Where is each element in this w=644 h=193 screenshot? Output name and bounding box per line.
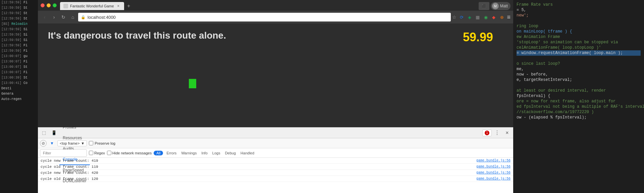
frame-selector[interactable]: <top frame> ▼ <box>57 140 87 146</box>
filter-level-all[interactable]: All <box>154 151 163 155</box>
console-message-text: cycle new frame count: 419 <box>41 159 473 163</box>
console-clear-button[interactable]: ⊘ <box>40 140 47 147</box>
back-button[interactable]: ‹ <box>41 13 49 21</box>
hide-network-option: Hide network messages <box>107 151 152 155</box>
frame-selector-text: <top frame> <box>60 141 79 145</box>
ext-icon-6[interactable]: ⊕ <box>498 13 505 21</box>
user-name: Matt <box>500 4 508 8</box>
console-filter-input[interactable] <box>40 149 87 157</box>
terminal-line: [12:59:59] Fi <box>0 0 38 5</box>
console-message-source[interactable]: game.bundle.js:56 <box>476 177 511 181</box>
browser-tab[interactable]: Fantastic Wonderful Game × <box>60 2 124 10</box>
forward-button[interactable]: › <box>50 13 58 21</box>
filter-level-handled[interactable]: Handled <box>239 151 256 155</box>
console-filter-button[interactable]: ▼ <box>49 140 55 147</box>
preserve-log-checkbox[interactable] <box>89 141 93 145</box>
console-messages: cycle new frame count: 419game.bundle.js… <box>38 158 513 193</box>
chrome-menu-button[interactable]: ≡ <box>507 14 511 21</box>
maximize-button[interactable] <box>53 3 57 7</box>
error-badge: 1 <box>482 130 492 136</box>
terminal-line: [13:00:07] Fi <box>0 70 38 75</box>
terminal-line: [12:59:59] Fi <box>0 43 38 48</box>
ext-icon-3[interactable]: ▦ <box>474 13 481 21</box>
devtools-mobile-button[interactable]: 📱 <box>49 128 59 138</box>
tab-bar: Fantastic Wonderful Game × + ⬛ M Matt <box>60 1 511 10</box>
filter-level-errors[interactable]: Errors <box>165 151 178 155</box>
game-score: 59.99 <box>463 30 493 44</box>
title-bar: Fantastic Wonderful Game × + ⬛ M Matt <box>38 0 513 11</box>
terminal-line: [12:59:59] St <box>0 11 38 16</box>
url-text: localhost:4000 <box>88 15 448 20</box>
filter-level-warnings[interactable]: Warnings <box>180 151 198 155</box>
extension-icons: ⟳ ◈ ▦ ◉ ◆ ⊕ <box>458 13 505 21</box>
code-line: o since last loop? <box>517 61 641 66</box>
user-avatar: M <box>492 3 499 9</box>
filter-level-debug[interactable]: Debug <box>224 151 237 155</box>
tab-favicon <box>63 4 68 8</box>
home-button[interactable]: ⌂ <box>69 13 77 21</box>
regex-option: Regex <box>89 151 105 155</box>
user-menu[interactable]: M Matt <box>491 2 511 10</box>
code-line: fpsInterval) { <box>517 93 641 99</box>
hide-network-label: Hide network messages <box>112 151 152 155</box>
console-message: cycle new frame count: 419game.bundle.js… <box>38 158 513 164</box>
terminal-line: [12:59:59] Fi <box>0 48 38 54</box>
console-message-source[interactable]: game.bundle.js:56 <box>476 165 511 168</box>
reload-button[interactable]: ↻ <box>59 13 67 21</box>
terminal-line: [13:00:07] gu <box>0 54 38 59</box>
filter-level-info[interactable]: Info <box>200 151 209 155</box>
devtools-more-button[interactable]: ⋮ <box>492 128 502 138</box>
code-line: = 5, <box>517 7 641 13</box>
code-content: Frame Rate vars= 5,new'; ring loopon mai… <box>513 0 644 193</box>
console-message-source[interactable]: game.bundle.js:56 <box>476 171 511 175</box>
console-message-source[interactable]: game.bundle.js:56 <box>476 159 511 162</box>
terminal-line: [12:59:59] St <box>0 16 38 21</box>
browser-window: Fantastic Wonderful Game × + ⬛ M Matt ‹ … <box>38 0 513 193</box>
console-message: cycle new frame count: 420game.bundle.js… <box>38 170 513 176</box>
hide-network-checkbox[interactable] <box>107 151 111 155</box>
close-button[interactable] <box>41 3 45 7</box>
error-count-circle: 1 <box>485 131 489 135</box>
ext-icon-4[interactable]: ◉ <box>482 13 489 21</box>
code-line: celAnimationFrame( loop.stopLoop )' <box>517 45 641 50</box>
tab-strip-icon[interactable]: ⬛ <box>479 2 489 10</box>
code-line: = window.requestAnimationFrame( loop.mai… <box>517 50 641 56</box>
preserve-log-label: Preserve log <box>95 141 115 145</box>
error-count: 1 <box>486 131 488 135</box>
minimize-button[interactable] <box>47 3 51 7</box>
code-line: ow - (elapsed % fpsInterval); <box>517 115 641 120</box>
bookmark-icon[interactable]: ☆ <box>452 14 457 20</box>
game-message: It's dangerous to travel this route alon… <box>48 30 226 41</box>
filter-level-logs[interactable]: Logs <box>211 151 222 155</box>
frame-selector-arrow: ▼ <box>81 141 85 145</box>
terminal-line: [12:59:59] Si <box>0 38 38 43</box>
code-line: ew Animation Frame <box>517 34 641 40</box>
regex-checkbox[interactable] <box>89 151 93 155</box>
preserve-log-option: Preserve log <box>89 141 115 145</box>
new-tab-button[interactable]: + <box>124 2 133 10</box>
lock-icon: 🔒 <box>81 15 86 19</box>
code-line: 'stopLoop' so animation can be stopped v… <box>517 40 641 45</box>
code-line: at least our desired interval, render <box>517 88 641 93</box>
code-line <box>517 56 641 61</box>
console-message-text: cycle old frame count: 119 <box>41 165 473 169</box>
regex-label: Regex <box>94 151 105 155</box>
code-line: //stackoverflow.com/a/19772220 ) <box>517 109 641 115</box>
console-message: cycle old frame count: 119game.bundle.js… <box>38 164 513 170</box>
devtools-close-button[interactable]: × <box>502 128 512 138</box>
terminal-line: [BS] Reloadin <box>0 21 38 27</box>
tab-close-button[interactable]: × <box>116 4 121 8</box>
url-box[interactable]: 🔒 localhost:4000 <box>78 13 451 21</box>
ext-icon-2[interactable]: ◈ <box>466 13 473 21</box>
devtools-inspect-button[interactable]: ⬚ <box>39 128 49 138</box>
ext-icon-5[interactable]: ◆ <box>490 13 497 21</box>
address-bar: ‹ › ↻ ⌂ 🔒 localhost:4000 ☆ ⟳ ◈ ▦ ◉ ◆ ⊕ ≡ <box>38 11 513 23</box>
code-line: now - before, <box>517 72 641 77</box>
traffic-lights <box>41 3 57 7</box>
code-line: on mainLoop( tframe ) { <box>517 29 641 34</box>
filter-levels: AllErrorsWarningsInfoLogsDebugHandled <box>154 151 256 155</box>
code-line: me, <box>517 66 641 72</box>
code-line: ed fpsInterval not being a multiple of R… <box>517 104 641 109</box>
ext-icon-1[interactable]: ⟳ <box>458 13 465 21</box>
terminal-line: Desti <box>0 86 38 91</box>
